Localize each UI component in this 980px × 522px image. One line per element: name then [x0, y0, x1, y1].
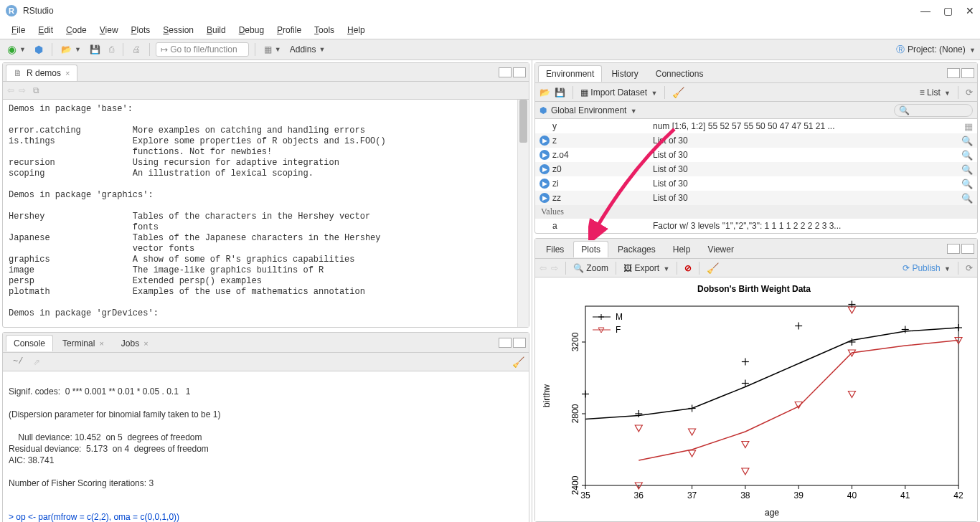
chart-svg: Dobson's Birth Weight Data35363738394041…	[535, 277, 973, 521]
magnifier-icon[interactable]: 🔍	[961, 164, 973, 175]
console-maximize-button[interactable]	[513, 338, 526, 348]
env-maximize-button[interactable]	[961, 68, 974, 78]
svg-text:35: 35	[580, 490, 590, 500]
remove-plot-icon[interactable]: ⊘	[684, 263, 692, 273]
svg-text:birthw: birthw	[542, 384, 552, 407]
console-text: Signif. codes: 0 *** 0.001 ** 0.01 * 0.0…	[9, 386, 220, 488]
save-button[interactable]: 💾	[87, 43, 103, 56]
refresh-env-icon[interactable]: ⟳	[966, 87, 973, 98]
maximize-pane-button[interactable]	[513, 67, 526, 77]
menu-code[interactable]: Code	[60, 24, 93, 37]
svg-text:age: age	[765, 508, 779, 518]
plots-pane: Files Plots Packages Help Viewer ⇦ ⇨ 🔍 Z…	[534, 238, 978, 522]
svg-text:Dobson's Birth Weight Data: Dobson's Birth Weight Data	[697, 284, 811, 294]
menu-tools[interactable]: Tools	[308, 24, 340, 37]
console-output[interactable]: Signif. codes: 0 *** 0.001 ** 0.01 * 0.0…	[3, 371, 529, 522]
menu-debug[interactable]: Debug	[233, 24, 270, 37]
import-dataset-button[interactable]: ▦ Import Dataset ▼	[580, 87, 657, 98]
svg-text:M: M	[616, 312, 623, 322]
menu-session[interactable]: Session	[157, 24, 199, 37]
source-pane: 🗎 R demos × ⇦ ⇨ ⧉ Demos in package 'base…	[2, 62, 529, 328]
broom-icon[interactable]: 🧹	[512, 356, 524, 368]
menu-build[interactable]: Build	[201, 24, 232, 37]
menu-edit[interactable]: Edit	[32, 24, 59, 37]
annotation-arrow-icon	[588, 125, 682, 240]
magnifier-icon[interactable]: 🔍	[961, 136, 973, 146]
project-menu[interactable]: Project: (None) ▼	[908, 44, 976, 54]
clear-icon[interactable]: ⇗	[33, 357, 40, 367]
env-broom-icon[interactable]: 🧹	[672, 87, 684, 98]
tab-files[interactable]: Files	[538, 241, 572, 257]
source-tab[interactable]: 🗎 R demos ×	[6, 65, 77, 81]
tab-console[interactable]: Console	[6, 335, 53, 351]
list-view-button[interactable]: ≡ List ▼	[920, 87, 951, 98]
source-text[interactable]: Demos in package 'base': error.catching …	[3, 100, 529, 327]
console-minimize-button[interactable]	[499, 338, 512, 348]
console-pane: Console Terminal × Jobs × ~/ ⇗ 🧹 Signif.…	[2, 332, 529, 522]
refresh-plot-icon[interactable]: ⟳	[966, 263, 973, 273]
grid-icon[interactable]: ▦	[964, 121, 973, 132]
minimize-pane-button[interactable]	[499, 67, 512, 77]
menu-plots[interactable]: Plots	[126, 24, 156, 37]
close-button[interactable]: ✕	[966, 5, 974, 16]
menu-profile[interactable]: Profile	[271, 24, 307, 37]
grid-button[interactable]: ▦▼	[261, 43, 284, 56]
close-tab-icon[interactable]: ×	[65, 69, 70, 77]
expand-icon[interactable]: ▶	[540, 193, 550, 203]
tab-viewer[interactable]: Viewer	[699, 241, 741, 257]
magnifier-icon[interactable]: 🔍	[961, 150, 973, 161]
print-button[interactable]: 🖨	[129, 43, 143, 56]
menu-help[interactable]: Help	[341, 24, 371, 37]
expand-icon[interactable]: ▶	[540, 164, 550, 174]
menu-view[interactable]: View	[94, 24, 124, 37]
menu-file[interactable]: File	[6, 24, 31, 37]
save-env-icon[interactable]: 💾	[555, 87, 565, 98]
plot-next-icon[interactable]: ⇨	[551, 263, 558, 273]
expand-icon[interactable]: ▶	[540, 136, 550, 146]
svg-text:42: 42	[953, 490, 963, 500]
tab-environment[interactable]: Environment	[538, 65, 602, 82]
svg-rect-1	[585, 306, 958, 485]
addins-button[interactable]: Addins ▼	[287, 43, 329, 56]
svg-text:39: 39	[793, 490, 804, 500]
search-icon: 🔍	[899, 105, 910, 115]
magnifier-icon[interactable]: 🔍	[961, 179, 973, 189]
tab-jobs[interactable]: Jobs ×	[113, 335, 156, 351]
tab-history[interactable]: History	[603, 65, 646, 82]
open-env-icon[interactable]: 📂	[540, 87, 550, 98]
goto-file-input[interactable]: ↦ Go to file/function	[156, 42, 249, 57]
clear-plots-icon[interactable]: 🧹	[707, 262, 719, 274]
magnifier-icon[interactable]: 🔍	[961, 193, 973, 204]
plots-maximize-button[interactable]	[961, 244, 974, 254]
show-in-new-icon[interactable]: ⧉	[33, 85, 39, 95]
var-value: List of 30	[653, 150, 961, 160]
export-button[interactable]: 🖼 Export ▼	[623, 263, 669, 273]
save-all-button[interactable]: ⎙	[106, 43, 117, 56]
expand-icon[interactable]: ▶	[540, 179, 550, 189]
svg-text:2800: 2800	[570, 404, 580, 423]
fwd-icon[interactable]: ⇨	[19, 85, 26, 95]
tab-help[interactable]: Help	[665, 241, 699, 257]
tab-terminal[interactable]: Terminal ×	[55, 335, 112, 351]
maximize-button[interactable]: ▢	[943, 5, 953, 16]
svg-text:F: F	[616, 325, 621, 335]
env-minimize-button[interactable]	[947, 68, 960, 78]
new-file-button[interactable]: ◉▼	[4, 42, 29, 57]
source-scrollbar[interactable]	[517, 100, 529, 327]
expand-icon[interactable]: ▶	[540, 150, 550, 160]
tab-connections[interactable]: Connections	[648, 65, 712, 82]
zoom-button[interactable]: 🔍 Zoom	[573, 263, 608, 273]
env-search-input[interactable]: 🔍	[894, 104, 973, 117]
plot-prev-icon[interactable]: ⇦	[540, 263, 547, 273]
new-project-button[interactable]: ⬢	[32, 42, 46, 57]
plots-minimize-button[interactable]	[947, 244, 960, 254]
minimize-button[interactable]: —	[920, 5, 930, 16]
back-icon[interactable]: ⇦	[7, 85, 14, 95]
r-logo-icon: Ⓡ	[896, 44, 905, 56]
tab-packages[interactable]: Packages	[610, 241, 664, 257]
working-dir: ~/	[7, 352, 29, 371]
open-file-button[interactable]: 📂▼	[58, 43, 84, 56]
scope-selector[interactable]: Global Environment ▼	[551, 105, 637, 115]
publish-button[interactable]: ⟳ Publish ▼	[903, 263, 951, 273]
tab-plots[interactable]: Plots	[573, 241, 608, 257]
